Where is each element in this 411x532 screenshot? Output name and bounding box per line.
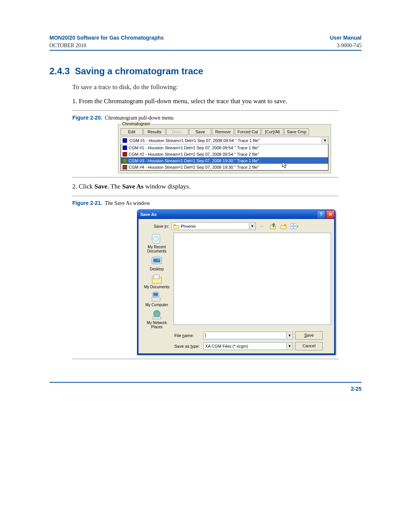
cur-all-button[interactable]: [Cur]/All	[261, 128, 284, 135]
step-2: 2. Click Save. The Save As window displa…	[80, 183, 362, 190]
save-button[interactable]: Save	[295, 331, 323, 340]
svg-text:✦: ✦	[284, 224, 286, 227]
chevron-down-icon[interactable]: ▼	[286, 332, 293, 339]
svg-rect-16	[153, 317, 161, 319]
file-list[interactable]	[174, 233, 331, 325]
figure-divider	[72, 359, 339, 359]
chromatogram-groupbox: Edit Results Desc. Save Remove Forced Ca…	[118, 124, 331, 173]
header-date: OCTOBER 2010	[49, 43, 86, 48]
nav-icons: ← ✦ ▾	[258, 222, 298, 230]
type-combobox[interactable]: XA CGM Files (*.xcgm) ▼	[203, 342, 293, 350]
trace-option-selected[interactable]: CGM #3 - Houston Stream=1 Det=1 Sep 07, …	[121, 157, 328, 164]
desktop-icon	[150, 255, 163, 267]
edit-button[interactable]: Edit	[121, 128, 143, 135]
filename-input[interactable]: ▼	[203, 332, 293, 339]
svg-rect-5	[294, 227, 296, 229]
page-number: 2-25	[49, 386, 362, 392]
save-as-dialog: Save As ? ✕ Save in: Phoenix ▼ ←	[137, 209, 336, 355]
footer-line	[49, 382, 362, 383]
trace-dropdown-list: CGM #1 - Houston Stream=1 Det=1 Sep 07, …	[121, 144, 328, 171]
remove-button[interactable]: Remove	[212, 128, 234, 135]
save-button[interactable]: Save	[189, 128, 211, 135]
results-button[interactable]: Results	[143, 128, 166, 135]
svg-text:▾: ▾	[297, 225, 298, 228]
place-mycomputer[interactable]: My Computer	[142, 291, 172, 307]
section-heading: 2.4.3 Saving a chromatogram trace	[49, 66, 362, 77]
chrom-toolbar: Edit Results Desc. Save Remove Forced Ca…	[121, 128, 328, 135]
trace-color-swatch	[123, 145, 127, 150]
trace-color-swatch	[123, 165, 127, 169]
type-label: Save as type:	[174, 344, 201, 348]
trace-option[interactable]: CGM #1 - Houston Stream=1 Det=1 Sep 07, …	[121, 144, 328, 151]
save-cmp-button[interactable]: Save Cmp	[284, 128, 309, 135]
places-bar: My Recent Documents Desktop My Documents…	[142, 233, 172, 329]
header-title: MON20/20 Software for Gas Chromatographs	[49, 35, 164, 41]
chevron-down-icon[interactable]: ▼	[286, 343, 293, 349]
place-mydocs[interactable]: My Documents	[142, 273, 172, 289]
chevron-down-icon[interactable]: ▼	[322, 137, 328, 144]
page-header: MON20/20 Software for Gas Chromatographs…	[49, 34, 362, 51]
chromatogram-widget: Edit Results Desc. Save Remove Forced Ca…	[118, 124, 331, 173]
forced-cal-button[interactable]: Forced Cal	[235, 128, 261, 135]
back-icon[interactable]: ←	[258, 222, 266, 230]
trace-option[interactable]: CGM #4 - Houston Stream=1 Det=2 Sep 07, …	[121, 164, 328, 170]
svg-rect-2	[291, 224, 293, 226]
figure-2-caption: Figure 2-21. The Save As window	[72, 200, 362, 206]
save-as-titlebar[interactable]: Save As ? ✕	[137, 210, 335, 219]
header-manual: User Manual	[330, 35, 362, 41]
chevron-down-icon[interactable]: ▼	[249, 223, 255, 229]
svg-rect-13	[153, 293, 158, 296]
place-network[interactable]: My Network Places	[142, 308, 172, 329]
trace-color-swatch	[123, 158, 127, 163]
svg-rect-11	[154, 275, 159, 279]
filename-label: File name:	[174, 333, 201, 338]
desc-button: Desc.	[166, 128, 188, 135]
figure-divider	[72, 196, 339, 196]
svg-rect-3	[294, 224, 296, 226]
place-recent[interactable]: My Recent Documents	[142, 233, 172, 253]
trace-color-swatch	[123, 152, 127, 157]
dialog-title: Save As	[140, 212, 156, 217]
help-button[interactable]: ?	[317, 210, 325, 219]
svg-rect-4	[291, 227, 293, 229]
up-one-level-icon[interactable]	[269, 222, 277, 230]
trace-combobox[interactable]: CGM #1 - Houston Stream=1 Det=1 Sep 07, …	[121, 137, 328, 144]
folder-icon	[173, 224, 179, 229]
svg-rect-14	[152, 297, 160, 301]
network-places-icon	[150, 308, 163, 321]
place-desktop[interactable]: Desktop	[142, 255, 172, 271]
trace-option[interactable]: CGM #2 - Houston Stream=1 Det=2 Sep 07, …	[121, 151, 328, 157]
figure-divider	[72, 110, 339, 111]
step-1: 1. From the Chromatogram pull-down menu,…	[80, 97, 362, 105]
recent-documents-icon	[150, 233, 163, 245]
figure-1-caption: Figure 2-20. Chromatogram pull-down menu	[72, 115, 362, 121]
save-in-combobox[interactable]: Phoenix ▼	[171, 222, 256, 230]
figure-divider	[72, 177, 339, 177]
my-documents-icon	[150, 273, 163, 285]
save-in-row: Save in: Phoenix ▼ ← ✦	[142, 222, 331, 230]
intro-text: To save a trace to disk, do the followin…	[72, 83, 362, 91]
header-docnum: 3-9000-745	[337, 43, 362, 48]
filename-row: File name: ▼ Save	[142, 331, 331, 340]
my-computer-icon	[150, 291, 163, 303]
cancel-button[interactable]: Cancel	[295, 342, 323, 350]
save-in-label: Save in:	[142, 224, 169, 228]
trace-color-swatch	[123, 138, 127, 143]
new-folder-icon[interactable]: ✦	[279, 222, 288, 230]
close-button[interactable]: ✕	[326, 210, 335, 219]
filetype-row: Save as type: XA CGM Files (*.xcgm) ▼ Ca…	[142, 342, 331, 350]
view-menu-icon[interactable]: ▾	[290, 222, 298, 230]
